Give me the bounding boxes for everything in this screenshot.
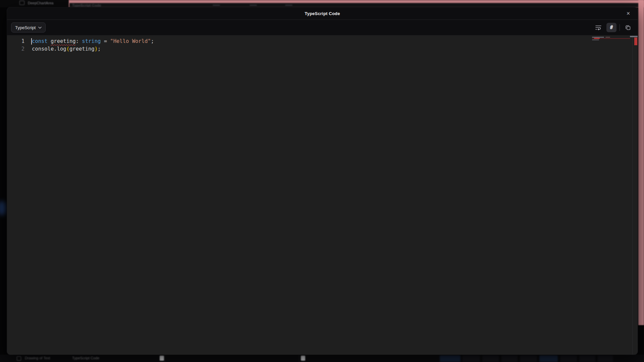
code-dialog: TypeScript Code × TypeScript bbox=[7, 7, 638, 355]
editor-toolbar: TypeScript # bbox=[7, 20, 638, 35]
dialog-title: TypeScript Code bbox=[305, 11, 340, 16]
background-header-mark bbox=[285, 5, 292, 6]
code-lines: 1const greeting: string = "Hello World";… bbox=[7, 38, 638, 53]
background-card-title: TypeScript Code bbox=[72, 3, 101, 7]
minimap-divider bbox=[632, 35, 633, 355]
language-selector[interactable]: TypeScript bbox=[11, 22, 46, 33]
scrollbar-error-marker[interactable] bbox=[634, 38, 637, 45]
background-tab-label: DeepChartArea bbox=[28, 1, 53, 5]
language-selector-value: TypeScript bbox=[15, 25, 36, 30]
code-line[interactable]: 2console.log(greeting); bbox=[7, 45, 638, 53]
code-token: "Hello World" bbox=[110, 38, 151, 44]
tab-favicon-icon bbox=[19, 1, 24, 5]
line-number: 1 bbox=[7, 38, 24, 45]
word-wrap-button[interactable] bbox=[593, 23, 603, 32]
close-button[interactable]: × bbox=[624, 9, 633, 18]
minimap[interactable] bbox=[592, 36, 632, 43]
background-header-mark bbox=[250, 5, 257, 6]
background-blue-highlight bbox=[0, 201, 6, 215]
bottom-button[interactable] bbox=[482, 355, 499, 362]
background-bottom-bar: Drawing of Text TypeScript Code bbox=[0, 355, 644, 362]
word-wrap-icon bbox=[595, 25, 601, 30]
copy-icon bbox=[625, 25, 631, 30]
code-text: const greeting: string = "Hello World"; bbox=[24, 38, 154, 45]
line-number: 2 bbox=[7, 45, 24, 53]
close-icon: × bbox=[627, 10, 630, 17]
bottom-left-label: Drawing of Text bbox=[25, 356, 50, 360]
dialog-titlebar: TypeScript Code × bbox=[7, 7, 638, 20]
background-top-bar: DeepChartArea TypeScript Code bbox=[0, 0, 644, 7]
code-token bbox=[79, 38, 82, 44]
chevron-down-icon bbox=[38, 26, 42, 29]
bottom-button[interactable] bbox=[560, 355, 577, 362]
text-cursor bbox=[31, 38, 32, 45]
background-browser-tab: DeepChartArea bbox=[19, 1, 53, 5]
code-text: console.log(greeting); bbox=[24, 45, 101, 53]
code-editor[interactable]: 1const greeting: string = "Hello World";… bbox=[7, 35, 638, 355]
toolbar-separator bbox=[620, 24, 620, 31]
code-token: const bbox=[32, 38, 48, 44]
line-numbers-toggle-button[interactable]: # bbox=[606, 23, 616, 32]
code-token: ( bbox=[66, 46, 69, 52]
code-token: console.log bbox=[32, 46, 66, 52]
code-token: = bbox=[101, 38, 110, 44]
hash-icon: # bbox=[610, 24, 613, 31]
background-header-mark bbox=[213, 5, 220, 6]
code-token: : bbox=[76, 38, 79, 44]
layers-icon bbox=[17, 356, 21, 361]
bottom-button[interactable] bbox=[501, 355, 518, 362]
bottom-button[interactable] bbox=[579, 355, 595, 362]
code-token: ; bbox=[98, 46, 101, 52]
background-pink-right-edge bbox=[638, 0, 644, 325]
bottom-accent-button[interactable] bbox=[440, 355, 461, 362]
minimap-mark bbox=[605, 37, 610, 38]
background-code-card-header: TypeScript Code bbox=[69, 3, 640, 7]
bottom-doc-label: TypeScript Code bbox=[72, 356, 99, 360]
toolbar-actions: # bbox=[593, 23, 633, 32]
bottom-accent-button[interactable] bbox=[539, 355, 558, 362]
scrollbar-position-mark[interactable] bbox=[630, 36, 638, 37]
code-token: greeting bbox=[51, 38, 76, 44]
bottom-bar-divider bbox=[299, 355, 299, 362]
minimap-mark bbox=[592, 37, 604, 38]
code-line[interactable]: 1const greeting: string = "Hello World"; bbox=[7, 38, 638, 45]
minimap-mark bbox=[592, 40, 599, 40]
code-token bbox=[48, 38, 51, 44]
bottom-page-thumbnail[interactable] bbox=[160, 356, 164, 361]
bottom-button[interactable] bbox=[520, 355, 537, 362]
bottom-bar-divider bbox=[165, 355, 165, 362]
bottom-page-thumbnail[interactable] bbox=[301, 356, 305, 361]
code-token: ) bbox=[95, 46, 98, 52]
bottom-button[interactable] bbox=[462, 355, 480, 362]
code-token: ; bbox=[151, 38, 154, 44]
bottom-button[interactable] bbox=[598, 355, 613, 362]
minimap-error-mark bbox=[594, 38, 600, 39]
copy-code-button[interactable] bbox=[623, 23, 633, 32]
code-token: greeting bbox=[69, 46, 95, 52]
code-token: string bbox=[82, 38, 101, 44]
